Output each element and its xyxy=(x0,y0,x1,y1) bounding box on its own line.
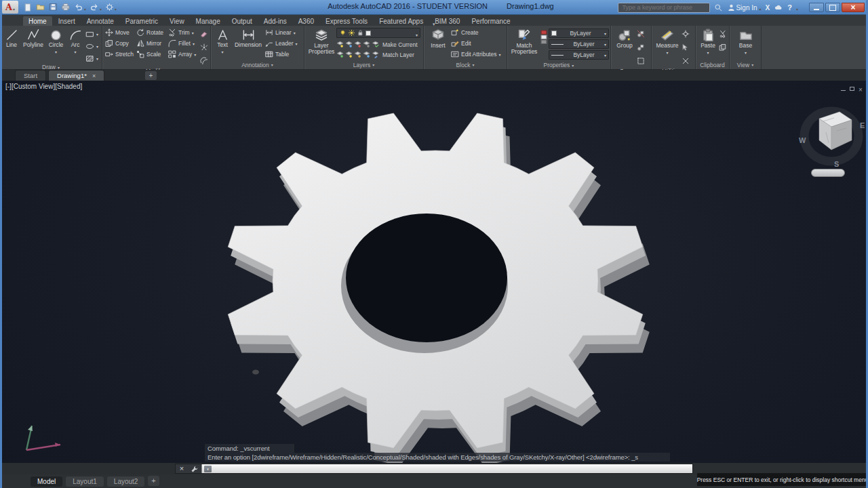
ribbon-tab[interactable]: Featured Apps xyxy=(374,16,429,26)
layer-properties-button[interactable]: Layer Properties xyxy=(307,27,336,54)
layer-tool-icon[interactable] xyxy=(354,51,361,58)
viewport-menu-control[interactable]: [-] xyxy=(5,83,12,90)
layer-tool-icon[interactable] xyxy=(336,41,344,48)
new-file-button[interactable] xyxy=(24,2,33,12)
new-layout-button[interactable] xyxy=(148,476,159,486)
workspace-dropdown[interactable] xyxy=(105,2,117,12)
rectangle-button[interactable] xyxy=(85,28,99,39)
chevron-down-icon[interactable] xyxy=(96,43,98,49)
plot-button[interactable] xyxy=(61,2,71,12)
chevron-down-icon[interactable] xyxy=(745,49,747,53)
circle-button[interactable]: Circle xyxy=(45,27,66,52)
offset-button[interactable] xyxy=(200,56,208,68)
ribbon-tab[interactable]: Insert xyxy=(53,16,81,26)
chevron-down-icon[interactable] xyxy=(74,49,76,52)
table-button[interactable]: Table xyxy=(264,49,301,60)
viewport-minimize-icon[interactable] xyxy=(841,90,846,91)
layout-tab[interactable]: Layout1 xyxy=(66,476,104,487)
ribbon-tab[interactable]: Add-ins xyxy=(258,16,292,26)
panel-label-clipboard[interactable]: Clipboard xyxy=(696,60,729,69)
ribbon-tab[interactable]: Annotate xyxy=(81,16,119,26)
layout-tab[interactable]: Layout2 xyxy=(107,476,145,487)
measure-button[interactable]: Measure xyxy=(654,27,681,53)
command-customize-button[interactable] xyxy=(188,464,201,473)
match-properties-button[interactable]: Match Properties xyxy=(509,27,539,54)
line-button[interactable]: Line xyxy=(2,27,21,48)
visual-style-control[interactable]: [Shaded] xyxy=(55,83,82,90)
panel-label-block[interactable]: Block xyxy=(424,60,507,69)
object-color-dropdown[interactable]: ByLayer xyxy=(549,28,609,38)
command-input[interactable] xyxy=(201,464,692,473)
quick-select-button[interactable] xyxy=(682,42,690,54)
ribbon-tab[interactable]: Home xyxy=(23,16,52,26)
group-button[interactable]: Group xyxy=(613,27,636,49)
layer-dropdown[interactable] xyxy=(336,28,420,38)
ribbon-tab[interactable]: Manage xyxy=(191,16,226,26)
panel-label-view[interactable]: View xyxy=(730,60,761,69)
layer-tool-icon[interactable] xyxy=(345,41,353,48)
ribbon-tab[interactable]: View xyxy=(164,16,190,26)
chevron-down-icon[interactable] xyxy=(221,49,223,52)
edit-block-button[interactable]: Edit xyxy=(450,38,505,49)
ellipse-button[interactable] xyxy=(85,41,99,52)
chevron-down-icon[interactable] xyxy=(193,40,195,47)
undo-button[interactable] xyxy=(74,2,86,12)
help-dropdown-icon[interactable] xyxy=(796,1,798,14)
linear-button[interactable]: Linear xyxy=(264,27,301,38)
ungroup-button[interactable] xyxy=(637,28,645,41)
ribbon-tab[interactable]: Performance xyxy=(466,16,515,26)
chevron-down-icon[interactable] xyxy=(498,51,500,58)
layer-tool-icon[interactable] xyxy=(363,41,370,48)
id-point-button[interactable] xyxy=(682,28,690,41)
gear-3d-model[interactable] xyxy=(0,81,868,463)
color-strip[interactable] xyxy=(539,27,549,45)
panel-label-annotation[interactable]: Annotation xyxy=(211,60,304,69)
chevron-down-icon[interactable] xyxy=(55,49,57,52)
hatch-button[interactable] xyxy=(85,53,99,64)
move-button[interactable]: Move xyxy=(104,27,136,38)
linetype-dropdown[interactable]: ByLayer xyxy=(549,50,609,60)
insert-button[interactable]: Insert xyxy=(426,27,450,49)
save-button[interactable] xyxy=(49,2,58,12)
command-bar[interactable] xyxy=(175,464,693,474)
chevron-down-icon[interactable] xyxy=(666,49,668,53)
redo-dropdown-icon[interactable] xyxy=(100,1,102,14)
open-file-button[interactable] xyxy=(36,2,45,12)
scale-button[interactable]: Scale xyxy=(136,49,167,60)
chevron-down-icon[interactable] xyxy=(96,30,98,37)
layer-tool-icon[interactable] xyxy=(363,51,370,58)
leader-button[interactable]: Leader xyxy=(264,38,301,49)
sign-in-button[interactable]: Sign In xyxy=(727,3,761,13)
rotate-button[interactable]: Rotate xyxy=(136,27,167,38)
new-drawing-tab-button[interactable] xyxy=(145,71,157,80)
chevron-down-icon[interactable] xyxy=(194,51,196,58)
stretch-button[interactable]: Stretch xyxy=(104,49,136,60)
explode-button[interactable] xyxy=(200,42,208,54)
array-button[interactable]: Array xyxy=(167,49,199,60)
minimize-button[interactable] xyxy=(809,3,824,12)
mirror-button[interactable]: Mirror xyxy=(136,38,167,49)
chevron-down-icon[interactable] xyxy=(416,27,418,39)
chevron-down-icon[interactable] xyxy=(96,55,98,62)
layer-tool-icon[interactable] xyxy=(345,51,353,58)
search-button[interactable] xyxy=(714,3,723,13)
lineweight-dropdown[interactable]: ByLayer xyxy=(549,39,609,49)
layer-tool-icon[interactable] xyxy=(354,41,361,48)
copy-clip-button[interactable] xyxy=(719,42,727,54)
edit-attributes-button[interactable]: Edit Attributes xyxy=(450,49,505,60)
viewport-close-icon[interactable] xyxy=(859,83,863,95)
create-block-button[interactable]: Create xyxy=(450,27,505,38)
point-style-button[interactable] xyxy=(682,56,690,68)
text-button[interactable]: Text xyxy=(213,27,232,52)
chevron-down-icon[interactable] xyxy=(707,49,709,53)
trim-button[interactable]: Trim xyxy=(167,27,199,38)
match-layer-button[interactable]: Match Layer xyxy=(372,49,415,60)
group-edit-button[interactable] xyxy=(637,42,645,54)
file-tab[interactable]: Drawing1* xyxy=(48,70,104,81)
file-tab[interactable]: Start xyxy=(15,70,46,81)
group-selection-toggle[interactable] xyxy=(637,56,645,68)
copy-button[interactable]: Copy xyxy=(104,38,136,49)
redo-button[interactable] xyxy=(90,2,102,12)
ribbon-tab[interactable]: A360 xyxy=(293,16,319,26)
maximize-button[interactable] xyxy=(825,3,840,12)
